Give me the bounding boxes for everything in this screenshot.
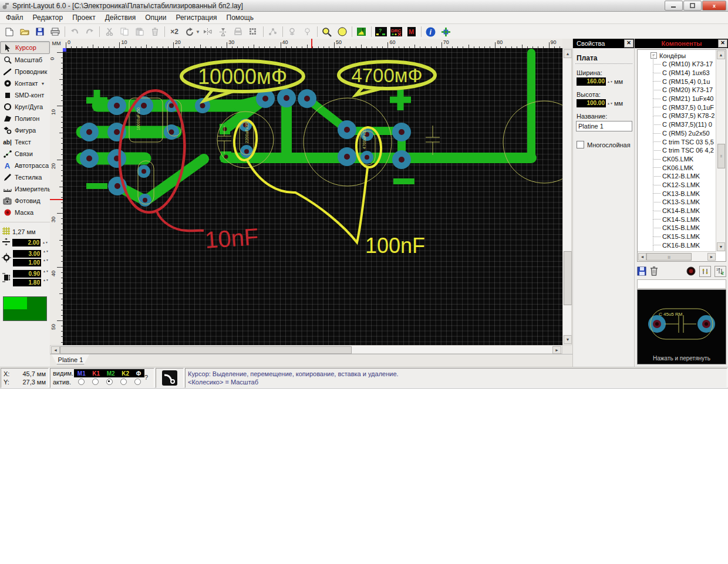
- undo-button[interactable]: [67, 25, 82, 39]
- delete-button[interactable]: [147, 25, 163, 39]
- component-item[interactable]: C (RM10) K73-17: [638, 60, 716, 69]
- scroll-down-icon[interactable]: ▼: [564, 335, 572, 344]
- component-item[interactable]: C (RM14) 1ux63: [638, 69, 716, 77]
- tool-text[interactable]: ab|Текст: [0, 136, 50, 148]
- spinner-icon[interactable]: ▲▼: [607, 80, 613, 83]
- layer-k2[interactable]: K2: [122, 370, 129, 377]
- footprint-matrix-button[interactable]: [246, 25, 261, 39]
- info-button[interactable]: i: [423, 25, 439, 39]
- close-icon[interactable]: ✕: [718, 39, 727, 48]
- component-item[interactable]: C trim TSC 03 5,5: [638, 137, 716, 146]
- spinner-icon[interactable]: ▲▼: [43, 250, 49, 258]
- mirror-vertical-button[interactable]: [215, 25, 231, 39]
- menu-actions[interactable]: Действия: [100, 12, 141, 23]
- layer-radio[interactable]: [134, 379, 141, 385]
- board-tab[interactable]: Platine 1: [52, 354, 89, 364]
- menu-registration[interactable]: Регистрация: [171, 12, 221, 23]
- stamp-button[interactable]: [231, 25, 246, 39]
- save-button[interactable]: [32, 25, 48, 39]
- drc-button[interactable]: DRC: [389, 25, 404, 39]
- component-item[interactable]: CK12-B.LMK: [638, 172, 716, 181]
- layer-swap-toggle[interactable]: 12: [714, 266, 726, 277]
- vertical-scroll-thumb[interactable]: [564, 251, 572, 305]
- grid-value[interactable]: 1,27 мм: [12, 228, 36, 235]
- component-item[interactable]: C trim TSC 06 4,2: [638, 146, 716, 155]
- spinner-icon[interactable]: ▲▼: [43, 279, 49, 286]
- new-file-button[interactable]: [2, 25, 17, 39]
- component-item[interactable]: CK14-S.LMK: [638, 215, 716, 224]
- component-item[interactable]: CK16-B.LMK: [638, 241, 716, 249]
- scroll-left-icon[interactable]: ◄: [638, 253, 646, 261]
- save-component-icon[interactable]: [637, 266, 646, 276]
- tool-photoview[interactable]: Фотовид: [0, 195, 50, 207]
- layer-radio-selected[interactable]: [106, 379, 113, 385]
- tool-circle[interactable]: Круг/Дуга: [0, 101, 50, 113]
- scroll-right-icon[interactable]: ►: [707, 253, 716, 261]
- open-file-button[interactable]: [17, 25, 32, 39]
- board-name-input[interactable]: Platine 1: [576, 121, 632, 131]
- tool-pad[interactable]: Контакт▼: [0, 77, 50, 89]
- layer-k1[interactable]: K1: [92, 370, 100, 377]
- ratsnest-button[interactable]: [265, 25, 281, 39]
- rotate-dropdown[interactable]: ▼: [196, 29, 200, 35]
- scroll-up-icon[interactable]: ▲: [717, 50, 725, 59]
- collapse-icon[interactable]: −: [651, 52, 657, 59]
- tool-test[interactable]: Тестилка: [0, 171, 50, 183]
- spinner-icon[interactable]: ▲▼: [43, 259, 49, 266]
- contrast-button[interactable]: [335, 25, 350, 39]
- layer-radio[interactable]: [78, 379, 85, 385]
- layer-radio[interactable]: [92, 379, 99, 385]
- scroll-right-icon[interactable]: ►: [552, 346, 561, 354]
- layer-m2[interactable]: M2: [107, 370, 115, 377]
- component-item[interactable]: CK13-S.LMK: [638, 198, 716, 207]
- copy-button[interactable]: [117, 25, 132, 39]
- connections-mode-button[interactable]: [156, 368, 184, 388]
- layer-radio[interactable]: [120, 379, 127, 385]
- footprint-view-toggle[interactable]: [699, 266, 711, 277]
- component-item[interactable]: C (RM20) K73-17: [638, 86, 716, 94]
- menu-edit[interactable]: Редактор: [28, 12, 68, 23]
- cut-button[interactable]: [102, 25, 117, 39]
- tool-zoom[interactable]: Масштаб: [0, 54, 50, 66]
- menu-help[interactable]: Помощь: [222, 12, 258, 23]
- component-item[interactable]: CK15-S.LMK: [638, 232, 716, 241]
- menu-project[interactable]: Проект: [68, 12, 100, 23]
- canvas-horizontal-scrollbar[interactable]: ◄ ►: [50, 345, 562, 354]
- minimize-button[interactable]: [665, 1, 683, 11]
- pin-numbers-button[interactable]: [300, 25, 315, 39]
- mirror-horizontal-button[interactable]: [200, 25, 215, 39]
- board-width-input[interactable]: 160.00: [577, 77, 606, 86]
- layer-m1[interactable]: M1: [77, 370, 86, 377]
- selector-crosshair-button[interactable]: [439, 25, 454, 39]
- tool-shape[interactable]: Фигура: [0, 124, 50, 136]
- pad-dropdown-icon[interactable]: ▼: [41, 82, 45, 86]
- vertical-scroll-thumb[interactable]: ≡: [717, 144, 725, 168]
- tool-mask[interactable]: Маска: [0, 207, 50, 218]
- component-item[interactable]: CK13-B.LMK: [638, 189, 716, 198]
- component-item[interactable]: C (RM37,5) K78-2: [638, 112, 716, 120]
- list-horizontal-scrollbar[interactable]: ◄ ||| ►: [638, 251, 716, 261]
- pad-inner-value[interactable]: 1.00: [13, 259, 41, 266]
- component-item[interactable]: C (RM15,4) 0,1u: [638, 77, 716, 86]
- tool-smd[interactable]: SMD-конт: [0, 89, 50, 101]
- list-vertical-scrollbar[interactable]: ▲ ≡ ▼: [716, 50, 726, 252]
- smd-width-value[interactable]: 0.90: [13, 270, 41, 278]
- scroll-down-icon[interactable]: ▼: [717, 242, 725, 251]
- component-item[interactable]: C (RM21) 1uFx40: [638, 94, 716, 103]
- tool-cursor[interactable]: Курсор: [0, 41, 50, 54]
- component-group[interactable]: −Кондёры: [638, 51, 716, 60]
- track-width-value[interactable]: 2.00: [12, 239, 41, 246]
- smd-height-value[interactable]: 1.80: [13, 279, 41, 286]
- component-item[interactable]: CK14-B.LMK: [638, 207, 716, 215]
- redo-button[interactable]: [82, 25, 97, 39]
- tool-track[interactable]: Проводник: [0, 66, 50, 77]
- layer-f[interactable]: Ф: [136, 370, 141, 377]
- horizontal-scroll-thumb[interactable]: [60, 346, 352, 354]
- delete-component-icon[interactable]: [650, 266, 658, 276]
- pad-outer-value[interactable]: 3.00: [13, 250, 41, 258]
- component-item[interactable]: C (RM37,5) 0,1uF: [638, 103, 716, 112]
- spinner-icon[interactable]: ▲▼: [43, 270, 49, 278]
- tool-autoroute[interactable]: AАвтотрасса: [0, 160, 50, 171]
- layer-visibility-strip[interactable]: M1 K1 M2 K2 Ф: [74, 369, 144, 377]
- mask-preview-icon[interactable]: [686, 266, 696, 276]
